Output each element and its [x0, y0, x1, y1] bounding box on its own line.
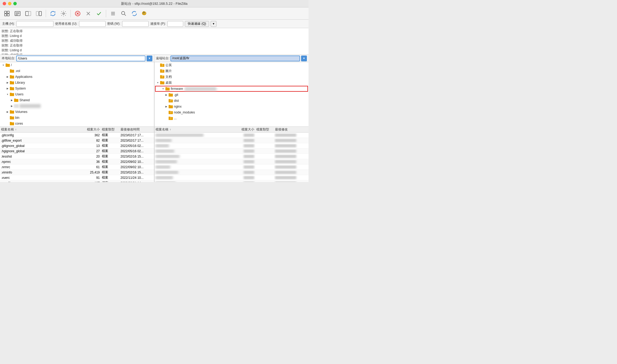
file-type-cell: 檔案	[101, 138, 119, 143]
remote-path-dropdown[interactable]: ▼	[301, 56, 307, 61]
remote-file-row[interactable]: ████ ██ ████████	[155, 175, 308, 180]
maximize-button[interactable]	[13, 2, 17, 5]
local-tree-item-system[interactable]: ▶System	[0, 86, 154, 91]
local-path-input[interactable]	[16, 56, 145, 61]
local-tree-item-vol[interactable]: .vol	[0, 68, 154, 74]
user-input[interactable]	[79, 21, 106, 27]
remote-toggle-gongkai[interactable]	[156, 63, 160, 67]
local-file-row[interactable]: .gitflow_export 82 檔案 2023/02/17 17...	[0, 138, 154, 143]
remote-file-date-cell: ████████	[274, 139, 308, 142]
file-name-cell: .gitignore_global	[0, 144, 82, 148]
remote-file-name-cell: ████	[155, 181, 237, 182]
local-tree-item-shared[interactable]: ▶Shared	[0, 97, 154, 103]
remote-tree-item-gongkai[interactable]: ?公英	[155, 62, 308, 68]
remote-file-row[interactable]: ████ ██ ████████	[155, 138, 308, 143]
local-tree-item-cores[interactable]: cores	[0, 121, 154, 126]
remote-path-input[interactable]	[170, 56, 300, 61]
tree-toggle-root[interactable]: ▾	[1, 63, 5, 67]
toggle-local-button[interactable]	[23, 9, 33, 18]
tree-toggle-applications[interactable]: ▶	[5, 75, 10, 79]
tree-toggle-cores[interactable]	[5, 121, 10, 126]
local-file-row[interactable]: .lesshst 20 檔案 2023/02/16 15...	[0, 154, 154, 159]
tree-toggle-library[interactable]: ▶	[5, 81, 10, 85]
host-input[interactable]	[16, 21, 53, 27]
tree-toggle-username[interactable]: ▶	[10, 104, 14, 108]
remote-tree-item-tupian[interactable]: ?圖片	[155, 68, 308, 74]
tree-toggle-bin[interactable]	[5, 116, 10, 120]
remote-toggle-tupian[interactable]	[156, 69, 160, 73]
local-file-row[interactable]: .gitconfig 362 檔案 2023/02/17 17...	[0, 133, 154, 138]
remote-col-type-header: 檔案類型	[255, 127, 274, 132]
remote-search-button[interactable]	[140, 9, 150, 18]
refresh-button[interactable]	[48, 9, 58, 18]
remote-file-row[interactable]: ████ ██ ████████	[155, 154, 308, 159]
local-tree-item-bin[interactable]: bin	[0, 115, 154, 121]
local-tree-item-volumes[interactable]: ▶Volumes	[0, 109, 154, 115]
tree-toggle-shared[interactable]: ▶	[10, 98, 14, 102]
search-button[interactable]	[119, 9, 128, 18]
close-button[interactable]	[3, 2, 6, 5]
local-tree-item-applications[interactable]: ▶Applications	[0, 74, 154, 80]
local-file-row[interactable]: .npmrc 36 檔案 2022/09/02 10...	[0, 159, 154, 164]
remote-toggle-more[interactable]	[164, 116, 168, 120]
local-tree[interactable]: ▾/.vol▶Applications▶Library▶System▾Users…	[0, 62, 154, 127]
remote-tree-item-git[interactable]: ▶.git	[155, 92, 308, 98]
remote-file-row[interactable]: ████ ██ ████████	[155, 143, 308, 149]
local-file-row[interactable]: .hgignore_global 27 檔案 2022/05/16 02...	[0, 149, 154, 154]
remote-file-row[interactable]: ████ ██ ████████	[155, 149, 308, 154]
list-button[interactable]	[108, 9, 118, 18]
pass-input[interactable]	[122, 21, 149, 27]
port-input[interactable]	[167, 21, 183, 27]
quick-connect-button[interactable]: 快速連線 (Q)	[185, 21, 209, 27]
remote-tree-item-more[interactable]: ?...	[155, 115, 308, 121]
remote-toggle-zhuomian[interactable]: ▾	[156, 81, 160, 85]
remote-tree-item-firmware[interactable]: ▾firmware████████████	[155, 86, 308, 92]
toggle-remote-button[interactable]	[34, 9, 44, 18]
local-file-row[interactable]: .vuerc 91 檔案 2022/11/24 10...	[0, 175, 154, 180]
remote-tree[interactable]: ?公英?圖片?文档▾桌面▾firmware████████████▶.git?d…	[154, 62, 308, 127]
toggle-message-button[interactable]	[13, 9, 22, 18]
remote-tree-item-nginx[interactable]: ▶nginx	[155, 104, 308, 109]
remote-file-row[interactable]: ████ ██ ████████	[155, 159, 308, 164]
tree-toggle-volumes[interactable]: ▶	[5, 110, 10, 114]
remote-tree-item-zhuomian[interactable]: ▾桌面	[155, 80, 308, 86]
minimize-button[interactable]	[8, 2, 11, 5]
local-tree-item-library[interactable]: ▶Library	[0, 80, 154, 86]
remote-tree-item-node_modules[interactable]: ?node_modules	[155, 109, 308, 115]
remote-toggle-dist[interactable]	[164, 99, 168, 103]
remote-toggle-firmware[interactable]: ▾	[161, 87, 165, 91]
remote-file-name-cell: ████	[155, 133, 237, 137]
site-manager-button[interactable]	[2, 9, 12, 18]
tree-toggle-vol[interactable]	[5, 69, 10, 73]
sync-browse-button[interactable]	[130, 9, 139, 18]
cancel-button[interactable]	[73, 9, 82, 18]
local-panel: ▾/.vol▶Applications▶Library▶System▾Users…	[0, 62, 154, 182]
tree-toggle-system[interactable]: ▶	[5, 86, 10, 91]
file-size-cell: 82	[82, 139, 101, 142]
log-line: 狀態: 正在取得	[2, 43, 307, 48]
local-tree-item-username[interactable]: ▶██████	[0, 103, 154, 109]
remote-file-row[interactable]: ████ ██ ████████	[155, 180, 308, 182]
remote-tree-item-wendang[interactable]: ?文档	[155, 74, 308, 80]
remote-file-name-cell: ████	[155, 176, 237, 180]
tree-toggle-users[interactable]: ▾	[5, 92, 10, 96]
remote-toggle-node_modules[interactable]	[164, 110, 168, 115]
local-path-dropdown[interactable]: ▼	[147, 56, 152, 61]
local-file-row[interactable]: .gitignore_global 13 檔案 2022/05/16 02...	[0, 143, 154, 149]
quick-connect-dropdown[interactable]: ▼	[211, 21, 216, 27]
disconnect-button[interactable]	[84, 9, 93, 18]
remote-toggle-wendang[interactable]	[156, 75, 160, 79]
local-tree-item-root[interactable]: ▾/	[0, 62, 154, 68]
local-file-row[interactable]: .viminfo 25,419 檔案 2023/02/16 15...	[0, 170, 154, 175]
local-file-row[interactable]: .zprofile 137 檔案 2022/08/01 14...	[0, 180, 154, 182]
remote-file-row[interactable]: ████ ██ ████████	[155, 164, 308, 170]
remote-file-row[interactable]: ████ ██ ████████	[155, 133, 308, 138]
remote-toggle-nginx[interactable]: ▶	[164, 104, 168, 109]
reconnect-button[interactable]	[94, 9, 104, 18]
remote-toggle-git[interactable]: ▶	[164, 93, 168, 97]
remote-tree-item-dist[interactable]: ?dist	[155, 98, 308, 104]
filter-button[interactable]	[59, 9, 68, 18]
local-file-row[interactable]: .nrmrc 61 檔案 2022/09/02 10...	[0, 164, 154, 170]
remote-file-row[interactable]: ████ ██ ████████	[155, 170, 308, 175]
local-tree-item-users[interactable]: ▾Users	[0, 91, 154, 97]
